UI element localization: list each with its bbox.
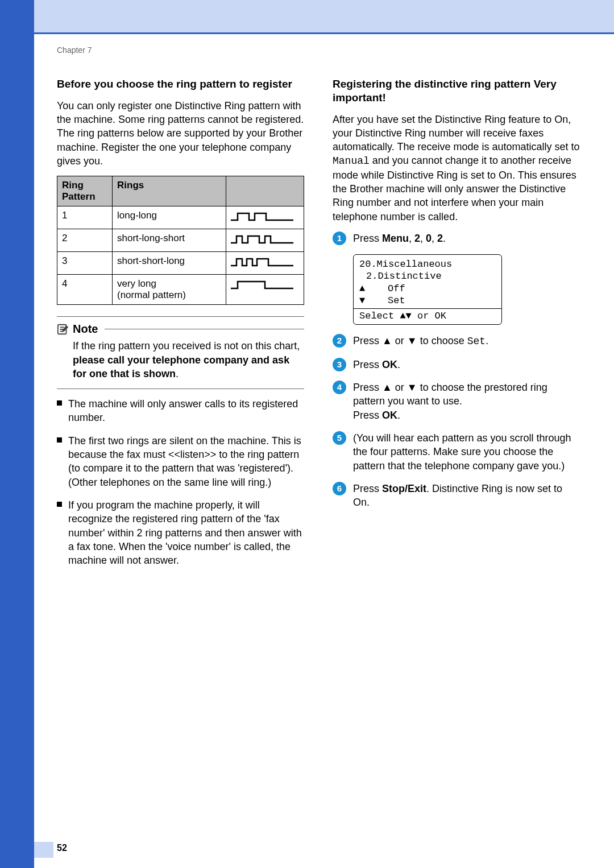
text: . <box>443 233 446 244</box>
list-item: The machine will only answer calls to it… <box>57 397 304 425</box>
ring-wave-icon <box>231 278 293 291</box>
step-5: 5 (You will hear each pattern as you scr… <box>333 431 580 473</box>
step-number-badge: 4 <box>333 381 346 394</box>
cell-wave-2 <box>226 229 304 252</box>
right-column: Registering the distinctive ring pattern… <box>333 77 580 576</box>
right-intro-post: and you cannot change it to another rece… <box>333 155 576 222</box>
lcd-opt1-text: Off <box>367 283 405 294</box>
menu-key: Menu <box>382 233 409 244</box>
cell-wave-1 <box>226 206 304 229</box>
list-item: If you program the machine properly, it … <box>57 498 304 567</box>
lcd-line-2: 2.Distinctive <box>359 270 496 282</box>
text: Press ▲ or ▼ to choose <box>353 335 467 346</box>
right-intro-pre: After you have set the Distinctive Ring … <box>333 114 580 153</box>
list-item: The first two rings are silent on the ma… <box>57 434 304 489</box>
text: Press <box>353 359 382 370</box>
cell-desc-1: long-long <box>113 206 226 229</box>
cell-desc-3: short-short-long <box>113 252 226 275</box>
right-intro-mono: Manual <box>333 155 370 167</box>
text: . <box>486 335 488 346</box>
ring-wave-icon <box>231 233 293 245</box>
note-rule <box>105 329 304 329</box>
cell-pattern-2: 2 <box>57 229 113 252</box>
text: Press <box>353 410 382 421</box>
ring-pattern-table: Ring Pattern Rings 1 long-long <box>57 176 304 305</box>
step-2-text: Press ▲ or ▼ to choose Set. <box>353 334 488 348</box>
note-label: Note <box>73 323 98 336</box>
lcd-display: 20.Miscellaneous 2.Distinctive ▲Off ▼Set… <box>353 254 502 325</box>
left-heading: Before you choose the ring pattern to re… <box>57 77 304 91</box>
step-number-badge: 5 <box>333 431 346 445</box>
cell-desc-4: very long (normal pattern) <box>113 275 226 305</box>
left-column: Before you choose the ring pattern to re… <box>57 77 304 576</box>
note-text-bold: please call your telephone company and a… <box>73 354 289 379</box>
text: , <box>409 233 414 244</box>
cell-pattern-3: 3 <box>57 252 113 275</box>
page-number-background <box>34 842 53 858</box>
chapter-label: Chapter 7 <box>57 46 580 55</box>
step-2: 2 Press ▲ or ▼ to choose Set. <box>333 334 580 348</box>
note-text-pre: If the ring pattern you received is not … <box>73 340 300 352</box>
key-2b: 2 <box>437 233 443 244</box>
cell-pattern-1: 1 <box>57 206 113 229</box>
lcd-bottom: Select ▲▼ or OK <box>359 310 496 322</box>
step-1-text: Press Menu, 2, 0, 2. <box>353 232 446 245</box>
step-1: 1 Press Menu, 2, 0, 2. <box>333 232 580 245</box>
note-text-post: . <box>176 368 179 379</box>
lcd-line-1: 20.Miscellaneous <box>359 258 496 270</box>
table-row: 3 short-short-long <box>57 252 304 275</box>
text: . <box>397 359 400 370</box>
text: Press ▲ or ▼ to choose the prestored rin… <box>353 382 547 407</box>
bullet-list: The machine will only answer calls to it… <box>57 397 304 567</box>
step-6-text: Press Stop/Exit. Distinctive Ring is now… <box>353 482 580 510</box>
ring-wave-icon <box>231 210 293 222</box>
set-option: Set <box>467 336 486 347</box>
step-4: 4 Press ▲ or ▼ to choose the prestored r… <box>333 381 580 422</box>
cell-wave-3 <box>226 252 304 275</box>
table-row: 4 very long (normal pattern) <box>57 275 304 305</box>
right-intro: After you have set the Distinctive Ring … <box>333 113 580 224</box>
ring-wave-icon <box>231 255 293 268</box>
lcd-opt2-text: Set <box>367 295 405 306</box>
ok-key: OK <box>382 410 397 421</box>
page-number: 52 <box>57 843 67 853</box>
step-number-badge: 1 <box>333 232 346 245</box>
th-diagram <box>226 176 304 206</box>
lcd-option-2: ▼Set <box>359 295 496 307</box>
table-row: 2 short-long-short <box>57 229 304 252</box>
note-header: Note <box>57 323 304 336</box>
left-blue-bar <box>0 0 34 868</box>
step-5-text: (You will hear each pattern as you scrol… <box>353 431 580 473</box>
table-header-row: Ring Pattern Rings <box>57 176 304 206</box>
text: Press <box>353 233 382 244</box>
th-rings: Rings <box>113 176 226 206</box>
note-body: If the ring pattern you received is not … <box>57 339 304 381</box>
page-content: Chapter 7 Before you choose the ring pat… <box>57 46 580 576</box>
step-number-badge: 2 <box>333 334 346 348</box>
note-icon <box>57 323 69 336</box>
stop-exit-key: Stop/Exit <box>382 483 426 494</box>
two-column-layout: Before you choose the ring pattern to re… <box>57 77 580 576</box>
text: Press <box>353 483 382 494</box>
top-header-band <box>34 0 614 34</box>
th-pattern: Ring Pattern <box>57 176 113 206</box>
step-number-badge: 6 <box>333 482 346 495</box>
right-heading: Registering the distinctive ring pattern… <box>333 77 580 105</box>
key-0: 0 <box>426 233 432 244</box>
text: , <box>432 233 437 244</box>
cell-desc-2: short-long-short <box>113 229 226 252</box>
step-6: 6 Press Stop/Exit. Distinctive Ring is n… <box>333 482 580 510</box>
left-intro: You can only register one Distinctive Ri… <box>57 99 304 168</box>
text: . <box>397 410 400 421</box>
text: , <box>420 233 426 244</box>
step-number-badge: 3 <box>333 358 346 371</box>
cell-pattern-4: 4 <box>57 275 113 305</box>
ok-key: OK <box>382 359 397 370</box>
document-page: Chapter 7 Before you choose the ring pat… <box>0 0 614 868</box>
table-row: 1 long-long <box>57 206 304 229</box>
step-3: 3 Press OK. <box>333 358 580 371</box>
lcd-option-1: ▲Off <box>359 283 496 295</box>
key-2: 2 <box>414 233 420 244</box>
step-4-text: Press ▲ or ▼ to choose the prestored rin… <box>353 381 580 422</box>
step-3-text: Press OK. <box>353 358 400 371</box>
